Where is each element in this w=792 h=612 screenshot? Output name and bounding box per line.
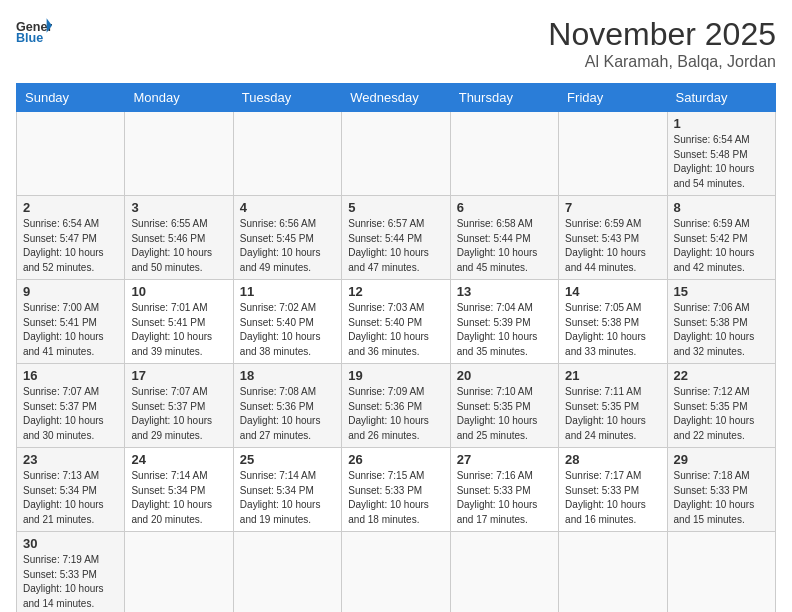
calendar-cell: 21Sunrise: 7:11 AM Sunset: 5:35 PM Dayli… [559,364,667,448]
calendar-cell: 15Sunrise: 7:06 AM Sunset: 5:38 PM Dayli… [667,280,775,364]
day-number: 6 [457,200,552,215]
day-number: 2 [23,200,118,215]
calendar-cell [342,532,450,613]
day-info: Sunrise: 7:00 AM Sunset: 5:41 PM Dayligh… [23,301,118,359]
day-number: 4 [240,200,335,215]
weekday-header-monday: Monday [125,84,233,112]
calendar-cell: 28Sunrise: 7:17 AM Sunset: 5:33 PM Dayli… [559,448,667,532]
weekday-header-friday: Friday [559,84,667,112]
day-info: Sunrise: 7:18 AM Sunset: 5:33 PM Dayligh… [674,469,769,527]
logo-icon: General Blue [16,16,52,44]
calendar-cell [450,532,558,613]
page-header: General Blue November 2025 Al Karamah, B… [16,16,776,71]
calendar-cell: 18Sunrise: 7:08 AM Sunset: 5:36 PM Dayli… [233,364,341,448]
day-info: Sunrise: 7:11 AM Sunset: 5:35 PM Dayligh… [565,385,660,443]
day-number: 9 [23,284,118,299]
day-number: 1 [674,116,769,131]
calendar-cell [233,532,341,613]
calendar-week-row: 23Sunrise: 7:13 AM Sunset: 5:34 PM Dayli… [17,448,776,532]
day-info: Sunrise: 7:05 AM Sunset: 5:38 PM Dayligh… [565,301,660,359]
day-number: 11 [240,284,335,299]
day-info: Sunrise: 6:55 AM Sunset: 5:46 PM Dayligh… [131,217,226,275]
calendar-cell: 10Sunrise: 7:01 AM Sunset: 5:41 PM Dayli… [125,280,233,364]
day-info: Sunrise: 7:14 AM Sunset: 5:34 PM Dayligh… [131,469,226,527]
calendar-cell: 4Sunrise: 6:56 AM Sunset: 5:45 PM Daylig… [233,196,341,280]
day-info: Sunrise: 7:13 AM Sunset: 5:34 PM Dayligh… [23,469,118,527]
calendar-cell: 6Sunrise: 6:58 AM Sunset: 5:44 PM Daylig… [450,196,558,280]
day-number: 29 [674,452,769,467]
title-area: November 2025 Al Karamah, Balqa, Jordan [548,16,776,71]
day-info: Sunrise: 6:59 AM Sunset: 5:42 PM Dayligh… [674,217,769,275]
day-number: 3 [131,200,226,215]
day-info: Sunrise: 7:10 AM Sunset: 5:35 PM Dayligh… [457,385,552,443]
day-info: Sunrise: 6:58 AM Sunset: 5:44 PM Dayligh… [457,217,552,275]
day-number: 28 [565,452,660,467]
day-info: Sunrise: 7:07 AM Sunset: 5:37 PM Dayligh… [23,385,118,443]
day-number: 5 [348,200,443,215]
day-number: 12 [348,284,443,299]
day-info: Sunrise: 7:01 AM Sunset: 5:41 PM Dayligh… [131,301,226,359]
calendar-cell: 30Sunrise: 7:19 AM Sunset: 5:33 PM Dayli… [17,532,125,613]
calendar-cell [667,532,775,613]
day-info: Sunrise: 6:56 AM Sunset: 5:45 PM Dayligh… [240,217,335,275]
calendar-cell: 12Sunrise: 7:03 AM Sunset: 5:40 PM Dayli… [342,280,450,364]
calendar-cell [233,112,341,196]
calendar-cell: 14Sunrise: 7:05 AM Sunset: 5:38 PM Dayli… [559,280,667,364]
calendar-week-row: 2Sunrise: 6:54 AM Sunset: 5:47 PM Daylig… [17,196,776,280]
day-number: 14 [565,284,660,299]
calendar-week-row: 9Sunrise: 7:00 AM Sunset: 5:41 PM Daylig… [17,280,776,364]
day-number: 8 [674,200,769,215]
day-info: Sunrise: 7:04 AM Sunset: 5:39 PM Dayligh… [457,301,552,359]
day-number: 10 [131,284,226,299]
day-number: 27 [457,452,552,467]
day-info: Sunrise: 7:06 AM Sunset: 5:38 PM Dayligh… [674,301,769,359]
location: Al Karamah, Balqa, Jordan [548,53,776,71]
day-number: 25 [240,452,335,467]
calendar-cell: 5Sunrise: 6:57 AM Sunset: 5:44 PM Daylig… [342,196,450,280]
day-number: 24 [131,452,226,467]
day-number: 15 [674,284,769,299]
day-info: Sunrise: 7:14 AM Sunset: 5:34 PM Dayligh… [240,469,335,527]
day-info: Sunrise: 7:03 AM Sunset: 5:40 PM Dayligh… [348,301,443,359]
day-number: 17 [131,368,226,383]
day-info: Sunrise: 7:16 AM Sunset: 5:33 PM Dayligh… [457,469,552,527]
calendar-cell: 19Sunrise: 7:09 AM Sunset: 5:36 PM Dayli… [342,364,450,448]
day-number: 23 [23,452,118,467]
weekday-header-tuesday: Tuesday [233,84,341,112]
day-number: 16 [23,368,118,383]
calendar-cell [559,532,667,613]
calendar-cell [17,112,125,196]
day-info: Sunrise: 6:54 AM Sunset: 5:47 PM Dayligh… [23,217,118,275]
calendar-table: SundayMondayTuesdayWednesdayThursdayFrid… [16,83,776,612]
calendar-cell: 7Sunrise: 6:59 AM Sunset: 5:43 PM Daylig… [559,196,667,280]
calendar-week-row: 1Sunrise: 6:54 AM Sunset: 5:48 PM Daylig… [17,112,776,196]
calendar-cell [450,112,558,196]
calendar-cell: 27Sunrise: 7:16 AM Sunset: 5:33 PM Dayli… [450,448,558,532]
day-number: 30 [23,536,118,551]
svg-text:Blue: Blue [16,31,43,44]
calendar-week-row: 30Sunrise: 7:19 AM Sunset: 5:33 PM Dayli… [17,532,776,613]
day-info: Sunrise: 7:19 AM Sunset: 5:33 PM Dayligh… [23,553,118,611]
day-info: Sunrise: 6:54 AM Sunset: 5:48 PM Dayligh… [674,133,769,191]
calendar-cell: 23Sunrise: 7:13 AM Sunset: 5:34 PM Dayli… [17,448,125,532]
calendar-cell: 25Sunrise: 7:14 AM Sunset: 5:34 PM Dayli… [233,448,341,532]
calendar-cell: 13Sunrise: 7:04 AM Sunset: 5:39 PM Dayli… [450,280,558,364]
day-info: Sunrise: 6:59 AM Sunset: 5:43 PM Dayligh… [565,217,660,275]
day-number: 19 [348,368,443,383]
calendar-cell: 29Sunrise: 7:18 AM Sunset: 5:33 PM Dayli… [667,448,775,532]
calendar-cell: 1Sunrise: 6:54 AM Sunset: 5:48 PM Daylig… [667,112,775,196]
calendar-cell [559,112,667,196]
month-title: November 2025 [548,16,776,53]
weekday-header-sunday: Sunday [17,84,125,112]
calendar-cell [125,112,233,196]
day-info: Sunrise: 7:07 AM Sunset: 5:37 PM Dayligh… [131,385,226,443]
calendar-cell: 9Sunrise: 7:00 AM Sunset: 5:41 PM Daylig… [17,280,125,364]
day-number: 13 [457,284,552,299]
calendar-cell: 24Sunrise: 7:14 AM Sunset: 5:34 PM Dayli… [125,448,233,532]
day-number: 26 [348,452,443,467]
day-info: Sunrise: 7:08 AM Sunset: 5:36 PM Dayligh… [240,385,335,443]
calendar-cell: 20Sunrise: 7:10 AM Sunset: 5:35 PM Dayli… [450,364,558,448]
weekday-header-saturday: Saturday [667,84,775,112]
day-number: 21 [565,368,660,383]
day-info: Sunrise: 7:09 AM Sunset: 5:36 PM Dayligh… [348,385,443,443]
